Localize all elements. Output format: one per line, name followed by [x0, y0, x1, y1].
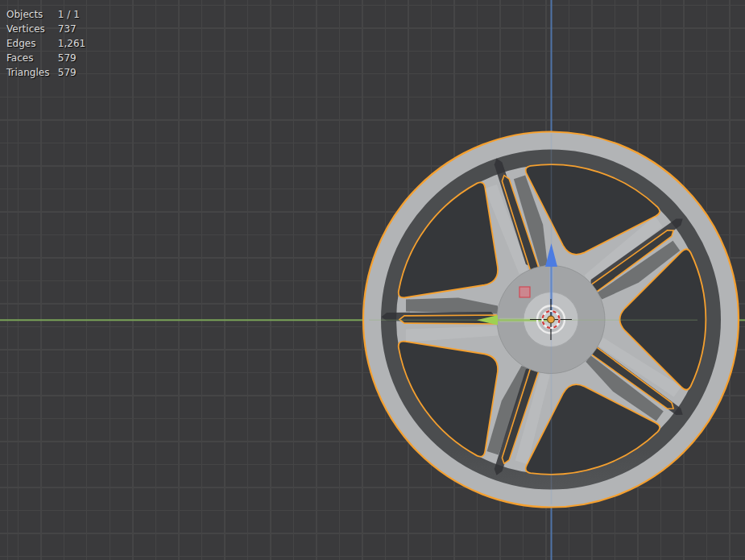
stats-overlay: Objects 1 / 1 Vertices 737 Edges 1,261 F… — [6, 7, 85, 80]
stat-value: 737 — [58, 22, 77, 36]
stat-value: 1,261 — [58, 36, 85, 51]
stat-label: Vertices — [6, 22, 55, 36]
viewport-canvas[interactable] — [0, 0, 745, 560]
stat-faces: Faces 579 — [6, 51, 85, 65]
stat-label: Edges — [6, 36, 55, 51]
stat-value: 579 — [58, 51, 77, 65]
stat-label: Faces — [6, 51, 55, 65]
stat-label: Triangles — [6, 65, 55, 80]
stat-value: 579 — [58, 65, 77, 80]
object-origin-dot — [548, 316, 555, 323]
stat-label: Objects — [6, 7, 55, 22]
gizmo-plane-handle-red[interactable] — [519, 287, 530, 297]
stat-value: 1 / 1 — [58, 7, 80, 22]
stat-vertices: Vertices 737 — [6, 22, 85, 36]
stat-objects: Objects 1 / 1 — [6, 7, 85, 22]
stat-edges: Edges 1,261 — [6, 36, 85, 51]
3d-viewport[interactable]: Objects 1 / 1 Vertices 737 Edges 1,261 F… — [0, 0, 745, 560]
stat-triangles: Triangles 579 — [6, 65, 85, 80]
